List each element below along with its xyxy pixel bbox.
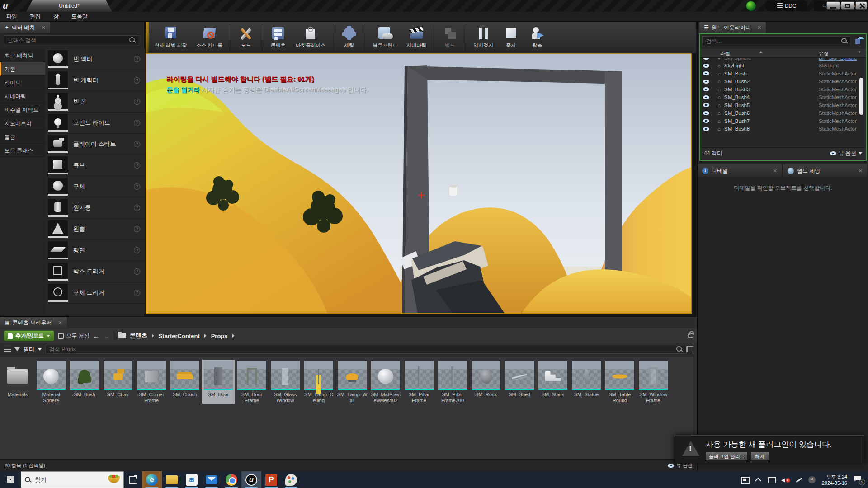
- asset-tile[interactable]: SM_Shelf: [503, 360, 536, 404]
- menu-item[interactable]: 편집: [24, 13, 47, 20]
- dismiss-button[interactable]: 해제: [751, 452, 769, 460]
- type-filter-icon[interactable]: ▼: [858, 50, 861, 54]
- place-category[interactable]: 기본: [0, 62, 45, 76]
- chevron-up-icon[interactable]: [754, 476, 762, 483]
- taskbar-app-button[interactable]: [281, 471, 301, 488]
- toolbar-button[interactable]: 모드: [230, 24, 259, 51]
- task-view-button[interactable]: [124, 471, 142, 488]
- toolbar-button[interactable]: 콘텐츠: [262, 24, 291, 51]
- asset-tile[interactable]: SM_Table Round: [604, 360, 636, 404]
- place-actor-item[interactable]: 구체 ?: [45, 176, 145, 197]
- level-viewport[interactable]: 라이팅을 다시 빌드해야 합니다 (빌드 필요: 91개) 문을 열거라 시지를…: [146, 53, 692, 314]
- asset-tile[interactable]: SM_Couch: [169, 360, 201, 404]
- asset-tile[interactable]: SM_Pillar Frame300: [436, 360, 469, 404]
- close-icon[interactable]: ✕: [58, 320, 62, 326]
- toolbar-button[interactable]: 소스 컨트롤: [192, 24, 227, 51]
- taskbar-app-button[interactable]: [222, 471, 241, 488]
- menu-item[interactable]: 창: [47, 13, 65, 20]
- asset-tile[interactable]: SM_Corner Frame: [135, 360, 168, 404]
- visibility-eye-icon[interactable]: [703, 119, 709, 123]
- tab-place-actors[interactable]: ✦ 액터 배치 ✕: [0, 22, 50, 33]
- taskbar-app-button[interactable]: P: [261, 471, 281, 488]
- visibility-eye-icon[interactable]: [703, 64, 709, 68]
- tab-world-settings[interactable]: 월드 세팅 ✕: [783, 164, 867, 177]
- outliner-header[interactable]: 라벨 ▲ 유형 ▼: [700, 49, 866, 58]
- outliner-row[interactable]: ⌂ SM_Bush6 StaticMeshActor: [700, 109, 866, 117]
- action-center-button[interactable]: 3: [853, 475, 864, 484]
- taskbar-search[interactable]: 찾기: [21, 471, 124, 488]
- toolbar-button[interactable]: 탈출: [524, 24, 550, 51]
- place-category[interactable]: 최근 배치됨: [0, 49, 45, 62]
- view-options-button[interactable]: 뷰 옵션: [668, 462, 693, 469]
- add-import-button[interactable]: 추가/임포트: [4, 330, 54, 341]
- minimize-button[interactable]: [826, 1, 840, 10]
- start-button[interactable]: [0, 471, 21, 488]
- outliner-row[interactable]: ⌂ SM_Bush7 StaticMeshActor: [700, 117, 866, 125]
- outliner-row[interactable]: ⌂ SM_Bush StaticMeshActor: [700, 70, 866, 78]
- toolbar-button[interactable]: 일시정지: [466, 24, 498, 51]
- taskbar-clock[interactable]: 오후 3:24 2024-05-16: [822, 474, 847, 486]
- visibility-eye-icon[interactable]: [703, 103, 709, 107]
- breadcrumb-item[interactable]: StarterContent: [159, 333, 200, 339]
- place-actor-item[interactable]: 원기둥 ?: [45, 197, 145, 219]
- place-category[interactable]: 라이트: [0, 76, 45, 89]
- volume-muted-icon[interactable]: [781, 476, 789, 483]
- asset-tile[interactable]: SM_Pillar Frame: [403, 360, 435, 404]
- close-button[interactable]: [855, 1, 867, 10]
- outliner-row[interactable]: ⌂ SM_Bush3 StaticMeshActor: [700, 85, 866, 94]
- view-settings-icon[interactable]: [686, 346, 693, 352]
- view-options-button[interactable]: 뷰 옵션: [830, 150, 862, 157]
- place-actor-item[interactable]: 빈 폰 ?: [45, 91, 145, 113]
- place-category[interactable]: 지오메트리: [0, 117, 45, 130]
- toolbar-button[interactable]: 중지: [498, 24, 524, 51]
- visibility-eye-icon[interactable]: [703, 111, 709, 115]
- network-icon[interactable]: [768, 476, 776, 483]
- taskbar-app-button[interactable]: u: [241, 471, 261, 488]
- save-all-button[interactable]: 모두 저장: [58, 332, 89, 340]
- place-category[interactable]: 모든 클래스: [0, 144, 45, 157]
- tab-world-outliner[interactable]: ☰ 월드 아웃라이너 ✕: [699, 22, 766, 33]
- place-actor-item[interactable]: 빈 액터 ?: [45, 49, 145, 70]
- asset-tile[interactable]: SM_Window Frame: [637, 360, 670, 404]
- asset-tile[interactable]: SM_Lamp_Wall: [336, 360, 368, 404]
- restore-button[interactable]: [841, 1, 854, 10]
- place-actor-item[interactable]: 포인트 라이트 ?: [45, 113, 145, 134]
- place-actor-item[interactable]: 큐브 ?: [45, 155, 145, 176]
- widgets-icon[interactable]: [741, 476, 749, 483]
- asset-tile[interactable]: SM_Chair: [102, 360, 134, 404]
- toolbar-button[interactable]: 빌드: [434, 24, 463, 51]
- asset-tile[interactable]: SM_Stairs: [537, 360, 569, 404]
- ddc-button[interactable]: DDC: [766, 1, 807, 11]
- place-category[interactable]: 시네마틱: [0, 89, 45, 103]
- place-actor-item[interactable]: 평면 ?: [45, 240, 145, 261]
- close-icon[interactable]: ✕: [41, 25, 45, 31]
- outliner-row[interactable]: ⌂ SM_Bush4 StaticMeshActor: [700, 94, 866, 102]
- filter-icon[interactable]: [14, 347, 20, 351]
- breadcrumb-item[interactable]: 콘텐츠: [130, 332, 147, 340]
- close-icon[interactable]: ✕: [859, 168, 863, 174]
- asset-tile[interactable]: SM_Statue: [570, 360, 603, 404]
- place-actor-item[interactable]: 빈 캐릭터 ?: [45, 70, 145, 91]
- taskbar-app-button[interactable]: [162, 471, 182, 488]
- add-actor-icon[interactable]: [854, 37, 863, 45]
- visibility-eye-icon[interactable]: [703, 71, 709, 75]
- menu-item[interactable]: 파일: [0, 13, 24, 20]
- asset-tile[interactable]: SM_Lamp_Ceiling: [302, 360, 335, 404]
- back-arrow-icon[interactable]: ←: [93, 332, 100, 340]
- toolbar-button[interactable]: 블루프린트: [365, 24, 402, 51]
- visibility-eye-icon[interactable]: [703, 95, 709, 99]
- asset-tile[interactable]: SM_MatPreviewMesh02: [369, 360, 402, 404]
- place-actor-item[interactable]: 구체 트리거 ?: [45, 282, 145, 304]
- outliner-row[interactable]: ● Sky Sphere BP_Sky_Sphere: [700, 58, 866, 62]
- filter-button[interactable]: 필터: [24, 346, 34, 353]
- toolbar-button[interactable]: 현재 레벨 저장: [150, 24, 192, 51]
- manage-plugins-button[interactable]: 플러그인 관리...: [706, 452, 747, 460]
- outliner-row[interactable]: ☼ SkyLight SkyLight: [700, 62, 866, 70]
- outliner-scrollbar[interactable]: [859, 78, 863, 115]
- class-search-input[interactable]: [4, 35, 139, 45]
- close-circle-icon[interactable]: [808, 476, 816, 483]
- taskbar-app-button[interactable]: e: [142, 471, 162, 488]
- asset-tile[interactable]: Material Sphere: [35, 360, 67, 404]
- place-actor-item[interactable]: 플레이어 스타트 ?: [45, 134, 145, 155]
- taskbar-app-button[interactable]: [202, 471, 222, 488]
